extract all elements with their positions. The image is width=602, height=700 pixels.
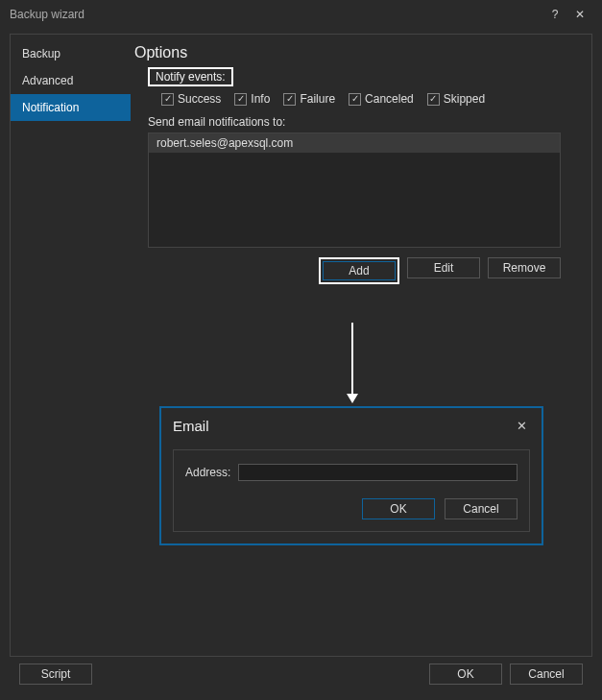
remove-button[interactable]: Remove <box>488 257 561 278</box>
recipients-listbox[interactable]: robert.seles@apexsql.com <box>148 133 561 248</box>
add-button-highlight: Add <box>319 257 399 284</box>
check-icon: ✓ <box>283 93 296 106</box>
help-button[interactable]: ? <box>542 4 567 25</box>
checkbox-label: Success <box>178 92 221 106</box>
recipients-buttons: Add Edit Remove <box>148 257 561 284</box>
check-icon: ✓ <box>427 93 440 106</box>
annotation-arrow-head <box>347 394 358 403</box>
sidebar-item-backup[interactable]: Backup <box>11 40 131 67</box>
options-panel: Options Notify events: ✓ Success ✓ Info … <box>131 35 591 656</box>
sidebar-item-advanced[interactable]: Advanced <box>11 67 131 94</box>
email-dialog-title: Email <box>173 418 209 434</box>
close-icon[interactable]: ✕ <box>513 419 530 433</box>
check-icon: ✓ <box>161 93 174 106</box>
annotation-arrow <box>351 323 353 399</box>
check-icon: ✓ <box>234 93 247 106</box>
email-dialog-body: Address: OK Cancel <box>173 449 530 532</box>
address-input[interactable] <box>238 464 518 481</box>
panel-heading: Options <box>134 44 580 61</box>
notify-events-checkboxes: ✓ Success ✓ Info ✓ Failure ✓ Canceled ✓ <box>161 92 580 106</box>
checkbox-info[interactable]: ✓ Info <box>234 92 270 106</box>
titlebar: Backup wizard ? ✕ <box>0 0 602 29</box>
check-icon: ✓ <box>349 93 361 106</box>
ok-button[interactable]: OK <box>429 664 502 685</box>
address-row: Address: <box>185 464 518 481</box>
sidebar: Backup Advanced Notification <box>11 35 131 656</box>
edit-button[interactable]: Edit <box>407 257 480 278</box>
add-button[interactable]: Add <box>323 261 396 280</box>
email-dialog-titlebar: Email ✕ <box>161 408 542 438</box>
sidebar-item-notification[interactable]: Notification <box>11 94 131 121</box>
checkbox-label: Canceled <box>365 92 414 106</box>
notify-events-label: Notify events: <box>148 67 233 86</box>
address-label: Address: <box>185 466 230 479</box>
checkbox-canceled[interactable]: ✓ Canceled <box>349 92 414 106</box>
checkbox-skipped[interactable]: ✓ Skipped <box>427 92 485 106</box>
send-to-label: Send email notifications to: <box>148 115 580 129</box>
script-button[interactable]: Script <box>19 664 92 685</box>
email-dialog-buttons: OK Cancel <box>185 498 518 519</box>
checkbox-failure[interactable]: ✓ Failure <box>283 92 335 106</box>
footer: Script OK Cancel <box>0 657 602 700</box>
cancel-button[interactable]: Cancel <box>510 664 583 685</box>
checkbox-success[interactable]: ✓ Success <box>161 92 221 106</box>
checkbox-label: Skipped <box>444 92 485 106</box>
content-frame: Backup Advanced Notification Options Not… <box>10 34 592 657</box>
email-ok-button[interactable]: OK <box>362 498 435 519</box>
checkbox-label: Failure <box>300 92 335 106</box>
window-title: Backup wizard <box>10 8 542 21</box>
email-cancel-button[interactable]: Cancel <box>445 498 518 519</box>
backup-wizard-window: Backup wizard ? ✕ Backup Advanced Notifi… <box>0 0 602 700</box>
checkbox-label: Info <box>251 92 270 106</box>
list-item[interactable]: robert.seles@apexsql.com <box>149 133 560 153</box>
window-close-button[interactable]: ✕ <box>567 4 592 25</box>
email-dialog: Email ✕ Address: OK Cancel <box>159 406 543 545</box>
